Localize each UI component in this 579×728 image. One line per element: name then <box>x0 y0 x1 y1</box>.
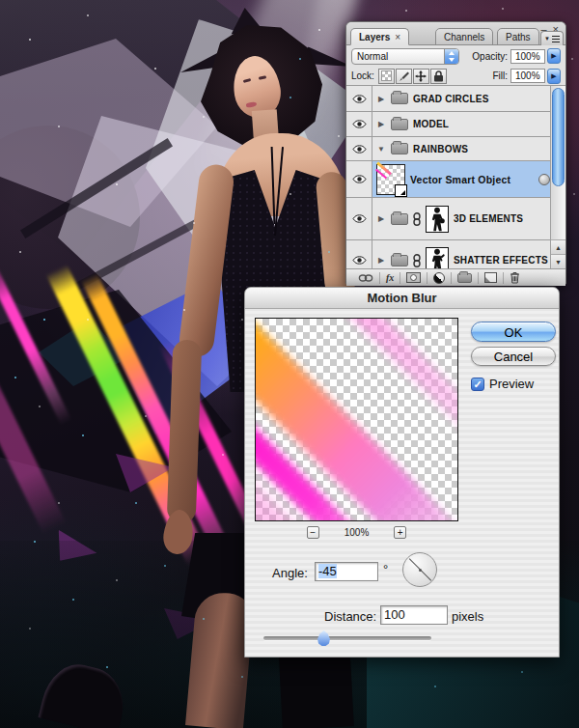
fx-icon: fx <box>386 272 394 283</box>
opacity-label: Opacity: <box>472 51 508 62</box>
tab-channels[interactable]: Channels <box>435 28 493 45</box>
blend-mode-select[interactable]: Normal <box>351 48 459 65</box>
slider-track[interactable] <box>263 636 431 640</box>
adjustment-layer-button[interactable] <box>427 271 451 285</box>
smart-filter-icon[interactable] <box>538 174 550 185</box>
layer-row-rainbows[interactable]: ▼ RAINBOWS <box>346 137 565 161</box>
add-layer-mask-button[interactable] <box>400 271 427 285</box>
tab-layers[interactable]: Layers× <box>350 28 409 45</box>
dialog-title-bar[interactable]: Motion Blur <box>245 288 559 309</box>
angle-dial[interactable] <box>402 552 437 587</box>
layer-name: RAINBOWS <box>413 144 468 154</box>
panel-resize-grip[interactable] <box>552 272 564 284</box>
fill-label: Fill: <box>492 70 508 81</box>
adjustment-circle-icon <box>433 272 445 284</box>
layer-mask-icon <box>406 272 421 283</box>
transparency-icon <box>381 70 392 81</box>
layer-name: Vector Smart Object <box>410 174 510 185</box>
delete-layer-button[interactable] <box>504 271 526 285</box>
slider-thumb[interactable] <box>317 630 330 646</box>
stepper-icon[interactable] <box>444 48 458 65</box>
lock-all-button[interactable] <box>430 69 447 84</box>
lock-position-button[interactable] <box>413 69 429 84</box>
angle-value: -45 <box>318 564 337 578</box>
layers-scrollbar[interactable]: ▲ ▼ <box>550 86 565 268</box>
opacity-arrow-button[interactable]: ▶ <box>547 48 561 64</box>
brush-icon <box>398 70 409 82</box>
panel-menu-button[interactable]: ▼ <box>540 31 564 45</box>
layer-row-vector-smart-object[interactable]: Vector Smart Object ▼ <box>346 161 565 198</box>
padlock-icon <box>433 70 444 82</box>
lock-label: Lock: <box>351 70 374 81</box>
group-folder-icon <box>391 213 408 225</box>
layer-row-3d-elements[interactable]: ▶ 3D ELEMENTS <box>346 198 565 240</box>
scroll-down-arrow[interactable]: ▼ <box>551 254 565 268</box>
preview-option: ✓ Preview <box>471 377 534 391</box>
eye-icon <box>352 175 367 183</box>
zoom-out-button[interactable]: − <box>307 526 319 539</box>
layer-row-shatter-effects[interactable]: ▶ SHATTER EFFECTS <box>346 240 565 268</box>
checkmark-icon: ✓ <box>473 378 482 390</box>
link-layers-button[interactable] <box>352 271 379 285</box>
tab-paths[interactable]: Paths <box>497 28 539 45</box>
preview-checkbox-label[interactable]: Preview <box>489 377 534 391</box>
distance-input[interactable]: 100 <box>380 605 448 625</box>
layer-row-model[interactable]: ▶ MODEL <box>346 112 565 137</box>
ok-button[interactable]: OK <box>471 322 556 342</box>
photoshop-screen: Layers× Channels Paths –× ▼ Normal Opaci… <box>0 0 579 728</box>
visibility-toggle[interactable] <box>346 112 372 136</box>
eye-icon <box>352 120 367 128</box>
tab-layers-label: Layers <box>359 32 390 42</box>
new-group-button[interactable] <box>452 271 478 285</box>
blend-mode-value: Normal <box>352 51 444 62</box>
visibility-toggle[interactable] <box>346 161 372 197</box>
new-layer-button[interactable] <box>479 271 503 285</box>
layer-name: 3D ELEMENTS <box>454 213 523 224</box>
lock-pixels-button[interactable] <box>396 69 412 84</box>
layer-name: GRAD CIRCLES <box>413 94 489 104</box>
disclosure-triangle-icon[interactable]: ▶ <box>376 95 386 103</box>
visibility-toggle[interactable] <box>346 86 372 111</box>
layer-row-grad-circles[interactable]: ▶ GRAD CIRCLES <box>346 86 565 112</box>
layer-style-button[interactable]: fx <box>380 271 400 285</box>
preview-checkbox[interactable]: ✓ <box>471 378 484 391</box>
layer-name: SHATTER EFFECTS <box>454 255 548 266</box>
tab-close-icon[interactable]: × <box>395 32 400 42</box>
layer-mask-thumbnail[interactable] <box>426 247 449 269</box>
layers-panel: Layers× Channels Paths –× ▼ Normal Opaci… <box>345 21 566 285</box>
distance-slider[interactable] <box>263 630 431 646</box>
layer-thumbnail[interactable] <box>376 164 405 195</box>
visibility-toggle[interactable] <box>346 198 372 239</box>
visibility-toggle[interactable] <box>346 137 372 160</box>
layers-panel-footer: fx <box>346 268 565 286</box>
lock-transparency-button[interactable] <box>378 69 395 84</box>
folder-icon <box>457 273 472 283</box>
opacity-field[interactable]: 100% <box>510 49 545 64</box>
disclosure-triangle-icon[interactable]: ▼ <box>376 145 386 154</box>
fill-arrow-button[interactable]: ▶ <box>547 69 561 84</box>
blur-preview-area[interactable] <box>255 318 458 521</box>
scroll-up-arrow[interactable]: ▲ <box>551 239 565 254</box>
distance-label: Distance: <box>324 609 376 624</box>
group-folder-icon <box>391 143 408 154</box>
new-layer-icon <box>484 272 497 283</box>
disclosure-triangle-icon[interactable]: ▶ <box>376 256 386 265</box>
zoom-level: 100% <box>345 527 370 538</box>
eye-icon <box>352 95 367 103</box>
layer-mask-thumbnail[interactable] <box>426 206 449 233</box>
angle-label: Angle: <box>272 566 308 580</box>
chain-link-icon <box>358 274 373 282</box>
scrollbar-thumb[interactable] <box>552 88 565 186</box>
visibility-toggle[interactable] <box>346 240 372 268</box>
disclosure-triangle-icon[interactable]: ▶ <box>376 120 386 128</box>
angle-input[interactable]: -45 <box>315 562 378 581</box>
fill-field[interactable]: 100% <box>510 69 545 83</box>
trash-icon <box>510 271 520 284</box>
person-silhouette-icon <box>428 248 446 269</box>
eye-icon <box>352 214 367 223</box>
zoom-in-button[interactable]: + <box>394 526 406 539</box>
motion-blur-dialog: Motion Blur − 100% + OK Cancel ✓ Preview… <box>244 287 560 658</box>
disclosure-triangle-icon[interactable]: ▶ <box>376 214 386 223</box>
layer-name: MODEL <box>413 119 449 129</box>
cancel-button[interactable]: Cancel <box>471 347 556 366</box>
